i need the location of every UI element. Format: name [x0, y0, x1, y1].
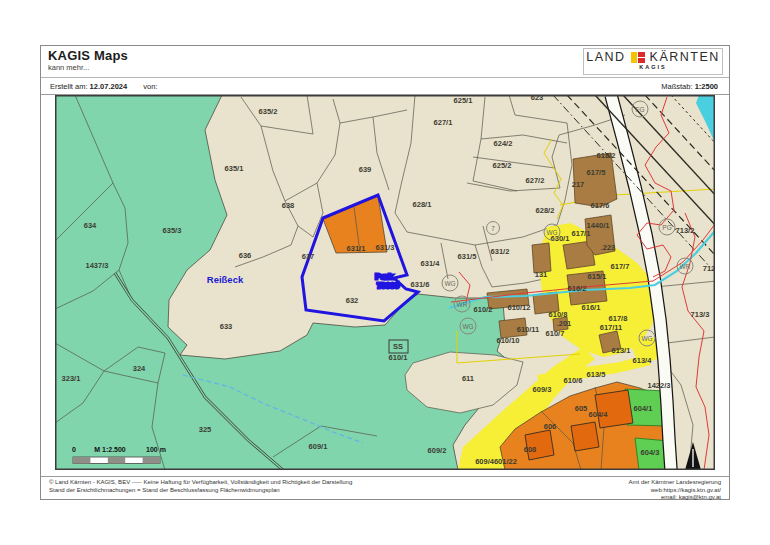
- svg-text:WG: WG: [641, 335, 652, 342]
- parcel-label: 628/1: [413, 200, 432, 209]
- parcel-label: 631/1: [347, 244, 366, 253]
- selection-label: Park: [375, 272, 393, 281]
- parcel-label: 636: [239, 251, 252, 260]
- parcel-label: 617/11: [600, 323, 623, 332]
- parcel-label: 323/1: [62, 374, 81, 383]
- parcel-label: 617/1: [572, 229, 591, 238]
- parcel-label: 635/2: [259, 107, 278, 116]
- parcel-label: 618/2: [597, 151, 616, 160]
- parcel-label: 610/7: [546, 329, 565, 338]
- svg-text:WG: WG: [546, 229, 557, 236]
- parcel-label: 613/1: [612, 346, 631, 355]
- place-label: Reißeck: [207, 274, 244, 285]
- parcel-label: 625/1: [454, 96, 473, 105]
- land-kaernten-logo: LAND KÄRNTEN KAGIS: [583, 48, 723, 75]
- parcel-label: 1422/3: [648, 381, 671, 390]
- title-block: KAGIS Maps kann mehr...: [48, 48, 128, 72]
- map-canvas[interactable]: 635/2625/1623627/1624/2625/2627/2639635/…: [55, 95, 715, 470]
- scalebar: [73, 457, 160, 464]
- parcel-label: 610/10: [497, 336, 520, 345]
- parcel-label: 634: [84, 221, 97, 230]
- parcel-label: 604/4: [589, 410, 609, 419]
- parcel-label: 1437/3: [86, 261, 109, 270]
- parcel-label: 324: [133, 364, 146, 373]
- parcel-label: 631/4: [421, 259, 441, 268]
- parcel-label: 633: [220, 322, 233, 331]
- info-bar: Erstellt am: 12.07.2024 von: Maßstab: 1:…: [41, 78, 729, 95]
- parcel-label: 0: [72, 446, 76, 453]
- parcel-label: 611: [462, 374, 474, 383]
- footer-email: email: kagis@ktn.gv.at: [629, 494, 721, 502]
- app-subtitle: kann mehr...: [48, 63, 128, 72]
- footer-contact: Amt der Kärntner Landesregierung web:htt…: [629, 479, 721, 499]
- scale-label: Maßstab:: [661, 82, 692, 91]
- parcel-label: 613/5: [587, 370, 606, 379]
- parcel-label: 617/5: [587, 168, 606, 177]
- logo-text-land: LAND: [586, 50, 625, 64]
- parcel-label: 616/1: [582, 303, 601, 312]
- scale-info: Maßstab: 1:2500: [661, 82, 718, 91]
- logo-text-kaernten: KÄRNTEN: [650, 50, 720, 64]
- svg-text:FG: FG: [635, 106, 644, 113]
- parcel-label: 632: [346, 296, 359, 305]
- selection-label: 73339: [377, 281, 400, 290]
- parcel-label: 610/8: [549, 310, 568, 319]
- footer-line1: © Land Kärnten - KAGIS, BEV ----- Keine …: [49, 479, 352, 487]
- footer-agency: Amt der Kärntner Landesregierung: [629, 479, 721, 487]
- parcel-label: 604/1: [634, 404, 653, 413]
- svg-text:WG: WG: [462, 323, 473, 330]
- app-title: KAGIS Maps: [48, 48, 128, 63]
- parcel-label: 617/7: [611, 262, 630, 271]
- parcel-label: 610/11: [517, 325, 540, 334]
- parcel-label: SS: [393, 342, 403, 351]
- svg-text:WR: WR: [457, 301, 468, 308]
- parcel-label: M 1:2.500: [94, 446, 126, 453]
- parcel-label: .223: [601, 243, 616, 252]
- parcel-label: 610/6: [564, 376, 583, 385]
- parcel-label: 635/1: [225, 164, 244, 173]
- von-label: von:: [143, 82, 157, 91]
- svg-text:PG: PG: [662, 224, 671, 231]
- parcel-label: 100 m: [146, 446, 166, 453]
- footer: © Land Kärnten - KAGIS, BEV ----- Keine …: [41, 476, 729, 499]
- parcel-label: 606: [544, 422, 557, 431]
- parcel-label: 617/8: [609, 314, 628, 323]
- parcel-label: 617/6: [591, 201, 610, 210]
- parcel-label: 712: [703, 264, 715, 273]
- footer-web: web:https://kagis.ktn.gv.at/: [629, 487, 721, 495]
- parcel-label: 608: [524, 445, 537, 454]
- parcel-label: 609/4601/22: [475, 457, 517, 466]
- parcel-label: 631/6: [411, 280, 430, 289]
- created-label: Erstellt am:: [50, 82, 88, 91]
- parcel-label: 637: [302, 252, 315, 261]
- header: KAGIS Maps kann mehr... LAND KÄRNTEN KAG…: [41, 46, 729, 78]
- parcel-label: 638: [282, 201, 295, 210]
- parcel-label: 713/2: [676, 226, 695, 235]
- parcel-label: .201: [557, 319, 572, 328]
- parcel-label: 610/12: [508, 303, 531, 312]
- parcel-label: 624/2: [494, 139, 513, 148]
- svg-text:7: 7: [491, 225, 495, 232]
- footer-line2: Stand der Ersichtlichmachungen = Stand d…: [49, 487, 352, 495]
- parcel-label: 628/2: [536, 206, 555, 215]
- parcel-label: 609/3: [533, 385, 552, 394]
- parcel-label: 610/1: [389, 353, 408, 362]
- parcel-label: 131: [535, 270, 548, 279]
- created-info: Erstellt am: 12.07.2024 von:: [50, 82, 157, 91]
- parcel-label: 217: [572, 180, 585, 189]
- parcel-label: 631/5: [458, 252, 477, 261]
- parcel-label: 627/1: [434, 118, 453, 127]
- footer-disclaimer: © Land Kärnten - KAGIS, BEV ----- Keine …: [49, 479, 352, 499]
- parcel-label: 627/2: [526, 176, 545, 185]
- kaernten-flag-icon: [631, 52, 645, 63]
- parcel-label: 609/2: [428, 446, 447, 455]
- parcel-label: 625/2: [493, 161, 512, 170]
- parcel-label: 635/3: [163, 226, 182, 235]
- parcel-label: 610/2: [474, 305, 493, 314]
- parcel-label: 631/2: [491, 247, 510, 256]
- parcel-label: 613/4: [633, 356, 653, 365]
- print-sheet: KAGIS Maps kann mehr... LAND KÄRNTEN KAG…: [40, 45, 730, 500]
- parcel-label: 605: [575, 404, 588, 413]
- created-date: 12.07.2024: [90, 82, 128, 91]
- logo-sub-kagis: KAGIS: [584, 64, 722, 70]
